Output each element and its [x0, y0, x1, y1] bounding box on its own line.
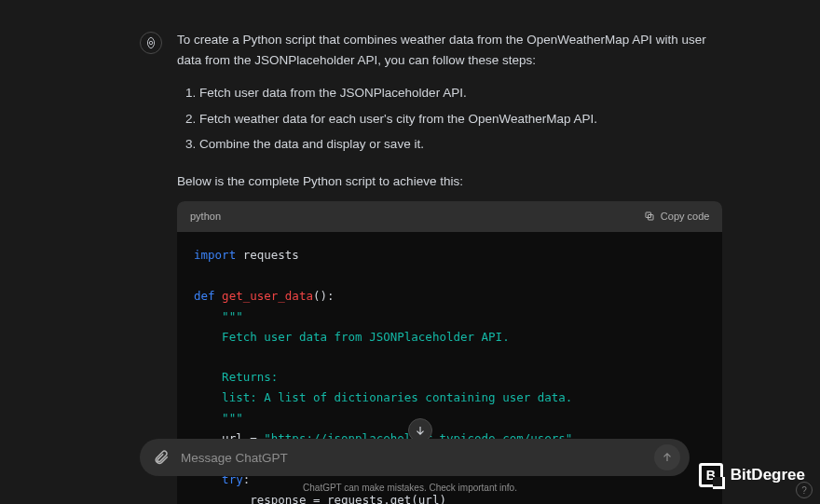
disclaimer-text: ChatGPT can make mistakes. Check importa…	[0, 483, 820, 493]
subheading: Below is the complete Python script to a…	[177, 171, 722, 192]
brand-watermark: B BitDegree	[699, 463, 805, 487]
send-button[interactable]	[654, 444, 680, 470]
code-lang-label: python	[190, 209, 221, 225]
list-item: Combine the data and display or save it.	[199, 134, 722, 155]
arrow-up-icon	[661, 451, 674, 464]
brand-logo-icon: B	[699, 463, 723, 487]
steps-list: Fetch user data from the JSONPlaceholder…	[177, 83, 722, 155]
code-header: python Copy code	[177, 201, 722, 233]
message-input[interactable]	[181, 451, 643, 465]
list-item: Fetch user data from the JSONPlaceholder…	[199, 83, 722, 103]
svg-point-0	[149, 41, 153, 45]
arrow-down-icon	[414, 424, 427, 437]
list-item: Fetch weather data for each user's city …	[199, 109, 722, 129]
attachment-icon[interactable]	[153, 449, 170, 466]
help-button[interactable]: ?	[796, 482, 813, 498]
intro-paragraph: To create a Python script that combines …	[177, 30, 722, 70]
copy-code-label: Copy code	[661, 211, 710, 222]
brand-name: BitDegree	[731, 466, 805, 484]
assistant-avatar	[140, 32, 162, 54]
message-content: To create a Python script that combines …	[177, 30, 722, 504]
openai-icon	[144, 36, 157, 49]
message-input-bar	[140, 439, 690, 476]
copy-icon	[644, 211, 655, 222]
copy-code-button[interactable]: Copy code	[644, 211, 710, 222]
